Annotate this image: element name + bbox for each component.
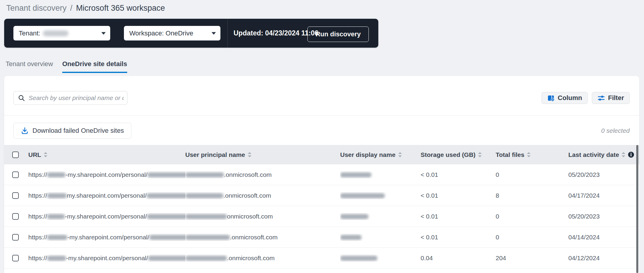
sort-icon (527, 152, 531, 157)
redacted-text (185, 235, 230, 240)
redacted-text (147, 193, 185, 198)
storage-used-cell: < 0.01 (421, 192, 496, 199)
tab-bar: Tenant overview OneDrive site details (6, 60, 127, 73)
filter-sliders-icon (598, 94, 605, 102)
column-header-last-activity-date[interactable]: Last activity date (568, 151, 634, 158)
table-header-row: URL User principal name User display nam… (4, 145, 639, 164)
column-button[interactable]: Column (542, 92, 588, 104)
sort-icon (248, 152, 251, 157)
redacted-text (340, 172, 371, 177)
url-mid: -my.sharepoint.com/personal/ (66, 171, 147, 178)
upn-suffix: .onmicrosoft.com (230, 234, 278, 241)
redacted-text (47, 256, 66, 261)
storage-used-cell: < 0.01 (421, 213, 496, 220)
redacted-text (47, 193, 67, 198)
row-checkbox[interactable] (12, 171, 19, 178)
upn-suffix: .onmicrosoft.com (227, 255, 275, 261)
url-cell: https://-my.sharepoint.com/personal/ (24, 213, 185, 220)
total-files-cell: 0 (496, 234, 568, 241)
column-header-total-files[interactable]: Total files (496, 151, 531, 158)
last-activity-date-cell: 04/12/2024 (568, 255, 639, 262)
last-activity-date-cell: 04/17/2024 (568, 192, 639, 199)
redacted-text (148, 256, 185, 261)
select-all-checkbox[interactable] (12, 152, 19, 158)
onedrive-sites-table: URL User principal name User display nam… (4, 145, 639, 269)
search-box (13, 91, 127, 105)
sort-icon (44, 152, 47, 157)
user-display-name-cell (340, 255, 421, 262)
tab-onedrive-site-details[interactable]: OneDrive site details (62, 60, 127, 73)
run-discovery-button[interactable]: Run discovery (307, 26, 369, 42)
storage-used-cell: 0.04 (421, 255, 496, 262)
url-prefix: https:// (28, 213, 47, 220)
total-files-cell: 8 (496, 192, 568, 199)
filter-button[interactable]: Filter (592, 92, 630, 104)
upn-suffix: .onmicrosoft.com (224, 171, 272, 178)
breadcrumb-separator: / (70, 4, 73, 13)
tenant-dropdown[interactable]: Tenant: (13, 26, 110, 40)
column-header-url[interactable]: URL (28, 151, 47, 158)
table-row: https://-my.sharepoint.com/personal/ .on… (4, 227, 639, 248)
row-checkbox[interactable] (12, 213, 19, 220)
url-mid: -my.sharepoint.com/personal/ (65, 213, 147, 220)
sort-icon (478, 152, 482, 157)
selected-count: 0 selected (601, 127, 630, 134)
url-cell: https://my.sharepoint.com/personal/ (24, 192, 185, 199)
total-files-cell: 0 (496, 171, 568, 178)
caret-down-icon (101, 32, 106, 35)
redacted-text (340, 256, 377, 261)
redacted-text (185, 172, 224, 177)
url-cell: https://-my.sharepoint.com/personal/ (24, 171, 185, 178)
user-principal-name-cell: .onmicrosoft.com (185, 234, 340, 241)
storage-used-cell: < 0.01 (421, 171, 496, 178)
redacted-text (149, 235, 185, 240)
last-activity-date-cell: 05/20/2023 (568, 213, 639, 220)
info-icon[interactable] (628, 152, 634, 158)
url-prefix: https:// (28, 192, 47, 199)
page-title: Microsoft 365 workspace (76, 4, 165, 13)
toolbar-divider (227, 19, 228, 48)
vertical-scrollbar[interactable] (636, 145, 638, 273)
download-failed-sites-button[interactable]: Download failed OneDrive sites (13, 123, 131, 139)
breadcrumb-parent-link[interactable]: Tenant discovery (6, 4, 67, 13)
redacted-text (185, 256, 227, 261)
row-checkbox[interactable] (12, 255, 19, 261)
redacted-text (47, 235, 67, 240)
row-checkbox[interactable] (12, 234, 19, 241)
redacted-text (340, 235, 362, 240)
last-activity-date-cell: 04/14/2024 (568, 234, 639, 241)
table-row: https://-my.sharepoint.com/personal/ onm… (4, 206, 639, 227)
column-header-user-display-name[interactable]: User display name (340, 151, 402, 158)
tenant-dropdown-label: Tenant: (19, 29, 40, 37)
search-icon (18, 95, 25, 102)
onedrive-details-panel: Column Filter Download failed OneDriv (4, 76, 639, 273)
search-input[interactable] (25, 94, 127, 102)
user-display-name-cell (340, 192, 421, 199)
download-icon (21, 127, 29, 135)
discovery-toolbar: Tenant: Workspace: OneDrive Updated: 04/… (4, 19, 378, 48)
user-principal-name-cell: onmicrosoft.com (185, 213, 340, 220)
url-mid: -my.sharepoint.com/personal/ (66, 255, 148, 261)
upn-suffix: onmicrosoft.com (227, 213, 273, 220)
caret-down-icon (211, 32, 216, 35)
column-header-storage-used[interactable]: Storage used (GB) (421, 151, 482, 158)
table-row: https://-my.sharepoint.com/personal/ .on… (4, 164, 639, 185)
tab-tenant-overview[interactable]: Tenant overview (6, 60, 53, 73)
last-updated-text: Updated: 04/23/2024 11:06 (234, 19, 318, 48)
user-display-name-cell (340, 213, 421, 220)
filter-button-label: Filter (608, 94, 624, 102)
user-display-name-cell (340, 234, 421, 241)
column-header-user-principal-name[interactable]: User principal name (185, 151, 251, 158)
redacted-text (185, 214, 227, 219)
redacted-text (185, 193, 223, 198)
user-principal-name-cell: .onmicrosoft.com (185, 171, 340, 178)
workspace-dropdown-label: Workspace: OneDrive (129, 29, 193, 37)
row-checkbox[interactable] (12, 192, 19, 199)
workspace-dropdown[interactable]: Workspace: OneDrive (124, 26, 220, 40)
table-body: https://-my.sharepoint.com/personal/ .on… (4, 164, 639, 269)
redacted-tenant-name (43, 30, 69, 36)
redacted-text (147, 172, 185, 177)
redacted-text (47, 214, 65, 219)
redacted-text (340, 214, 368, 219)
breadcrumb: Tenant discovery/Microsoft 365 workspace (6, 2, 165, 14)
